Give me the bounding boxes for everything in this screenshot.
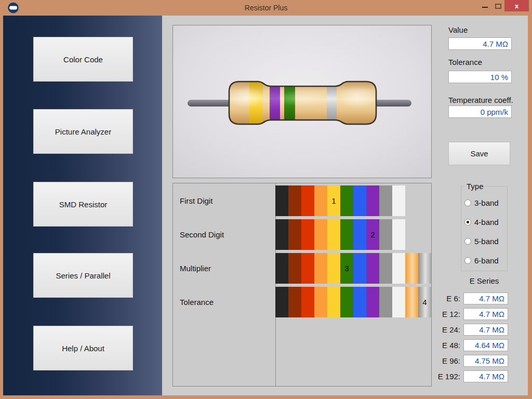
tolerance-color-violet[interactable] bbox=[366, 287, 379, 317]
radio-5-band[interactable]: 5-band bbox=[464, 237, 499, 245]
multiplier-color-gold[interactable] bbox=[405, 253, 418, 284]
radio-label-3-band: 3-band bbox=[474, 198, 499, 207]
resistor-illustration bbox=[173, 25, 431, 178]
tolerance-color-red[interactable] bbox=[301, 287, 314, 317]
second-digit-color-white[interactable] bbox=[392, 219, 405, 250]
radio-label-6-band: 6-band bbox=[474, 256, 499, 265]
multiplier-color-brown[interactable] bbox=[288, 253, 301, 284]
e-series-field-e-6[interactable] bbox=[463, 292, 508, 304]
radio-3-band[interactable]: 3-band bbox=[464, 198, 499, 207]
tolerance-color-grey[interactable] bbox=[379, 287, 392, 317]
e-series-field-e-12[interactable] bbox=[463, 308, 508, 320]
e-series-field-e-48[interactable] bbox=[463, 339, 508, 351]
e-series-label-e-192: E 192: bbox=[416, 372, 460, 381]
multiplier-color-blue[interactable] bbox=[353, 253, 366, 284]
second-digit-color-yellow[interactable] bbox=[327, 219, 340, 250]
multiplier-color-grey[interactable] bbox=[379, 253, 392, 284]
sidebar-button-picture-analyzer[interactable]: Picture Analyzer bbox=[33, 109, 133, 154]
second-digit-color-grey[interactable] bbox=[379, 219, 392, 250]
radio-label-5-band: 5-band bbox=[474, 237, 499, 246]
multiplier-color-violet[interactable] bbox=[366, 253, 379, 284]
e-series-field-e-24[interactable] bbox=[463, 324, 508, 336]
window-title: Resistor Plus bbox=[0, 0, 532, 16]
resistor-band-violet bbox=[270, 77, 280, 129]
tolerance-field[interactable] bbox=[448, 71, 512, 83]
selected-band-marker: 3 bbox=[340, 253, 353, 284]
temperature-coeff-label: Temperature coeff. bbox=[448, 96, 513, 104]
sidebar-button-series-parallel[interactable]: Series / Parallel bbox=[33, 253, 133, 298]
second-digit-color-violet[interactable]: 2 bbox=[366, 219, 379, 250]
sidebar-button-smd-resistor[interactable]: SMD Resistor bbox=[33, 182, 133, 227]
multiplier-color-orange[interactable] bbox=[314, 253, 327, 284]
radio-circle-3-band[interactable] bbox=[464, 200, 471, 206]
second-digit-color-orange[interactable] bbox=[314, 219, 327, 250]
first-digit-color-brown[interactable] bbox=[288, 185, 301, 216]
first-digit-color-green[interactable] bbox=[340, 185, 353, 216]
e-series-field-e-96[interactable] bbox=[463, 355, 508, 367]
first-digit-color-white[interactable] bbox=[392, 185, 405, 216]
selected-band-marker: 1 bbox=[327, 185, 340, 216]
radio-4-band[interactable]: 4-band bbox=[464, 218, 499, 226]
maximize-button[interactable] bbox=[491, 0, 505, 11]
sidebar-button-color-code[interactable]: Color Code bbox=[33, 37, 133, 82]
second-digit-color-brown[interactable] bbox=[288, 219, 301, 250]
multiplier-color-white[interactable] bbox=[392, 253, 405, 284]
tolerance-color-green[interactable] bbox=[340, 287, 353, 317]
band-row-strips-tolerance: 4 bbox=[275, 287, 431, 317]
first-digit-color-orange[interactable] bbox=[314, 185, 327, 216]
radio-circle-5-band[interactable] bbox=[464, 238, 471, 245]
selected-band-marker: 2 bbox=[366, 219, 379, 250]
value-field[interactable] bbox=[448, 37, 512, 50]
band-row-label-tolerance: Tolerance bbox=[180, 287, 214, 317]
resistor-lead-left bbox=[188, 100, 235, 107]
tolerance-color-brown[interactable] bbox=[288, 287, 301, 317]
band-row-label-second-digit: Second Digit bbox=[180, 219, 224, 250]
tolerance-color-black[interactable] bbox=[275, 287, 288, 317]
radio-circle-4-band[interactable] bbox=[464, 219, 471, 225]
save-button[interactable]: Save bbox=[448, 142, 510, 165]
radio-6-band[interactable]: 6-band bbox=[464, 256, 499, 264]
multiplier-color-black[interactable] bbox=[275, 253, 288, 284]
multiplier-color-silver[interactable] bbox=[418, 253, 431, 284]
resistor-band-silver bbox=[327, 77, 337, 129]
tolerance-label: Tolerance bbox=[448, 58, 482, 66]
band-row-strips-first-digit: 1 bbox=[275, 185, 405, 216]
tolerance-color-yellow[interactable] bbox=[327, 287, 340, 317]
first-digit-color-grey[interactable] bbox=[379, 185, 392, 216]
minimize-button[interactable] bbox=[478, 0, 491, 11]
radio-circle-6-band[interactable] bbox=[464, 257, 471, 264]
tolerance-color-blue[interactable] bbox=[353, 287, 366, 317]
temperature-coeff-field[interactable] bbox=[448, 105, 512, 118]
second-digit-color-blue[interactable] bbox=[353, 219, 366, 250]
sidebar: Color CodePicture AnalyzerSMD ResistorSe… bbox=[3, 16, 162, 395]
e-series-label-e-24: E 24: bbox=[416, 325, 460, 334]
first-digit-color-red[interactable] bbox=[301, 185, 314, 216]
first-digit-color-blue[interactable] bbox=[353, 185, 366, 216]
multiplier-color-yellow[interactable] bbox=[327, 253, 340, 284]
e-series-label-e-48: E 48: bbox=[416, 341, 460, 350]
first-digit-color-yellow[interactable]: 1 bbox=[327, 185, 340, 216]
first-digit-color-black[interactable] bbox=[275, 185, 288, 216]
minimize-icon bbox=[482, 7, 488, 8]
maximize-icon bbox=[495, 4, 501, 9]
multiplier-color-red[interactable] bbox=[301, 253, 314, 284]
tolerance-color-white[interactable] bbox=[392, 287, 405, 317]
band-row-strips-second-digit: 2 bbox=[275, 219, 405, 250]
close-button[interactable]: x bbox=[504, 0, 529, 11]
app-window: Resistor Plus x Color CodePicture Analyz… bbox=[0, 0, 532, 399]
second-digit-color-black[interactable] bbox=[275, 219, 288, 250]
band-row-label-multiplier: Multiplier bbox=[180, 253, 211, 284]
band-row-label-first-digit: First Digit bbox=[180, 185, 212, 216]
second-digit-color-red[interactable] bbox=[301, 219, 314, 250]
title-bar: Resistor Plus x bbox=[0, 0, 532, 16]
multiplier-color-green[interactable]: 3 bbox=[340, 253, 353, 284]
e-series-title: E Series bbox=[461, 276, 508, 285]
e-series-label-e-6: E 6: bbox=[416, 294, 460, 303]
type-groupbox-legend: Type bbox=[465, 182, 485, 191]
second-digit-color-green[interactable] bbox=[340, 219, 353, 250]
radio-label-4-band: 4-band bbox=[474, 218, 499, 227]
first-digit-color-violet[interactable] bbox=[366, 185, 379, 216]
e-series-field-e-192[interactable] bbox=[463, 370, 508, 382]
tolerance-color-orange[interactable] bbox=[314, 287, 327, 317]
sidebar-button-help-about[interactable]: Help / About bbox=[33, 326, 133, 370]
